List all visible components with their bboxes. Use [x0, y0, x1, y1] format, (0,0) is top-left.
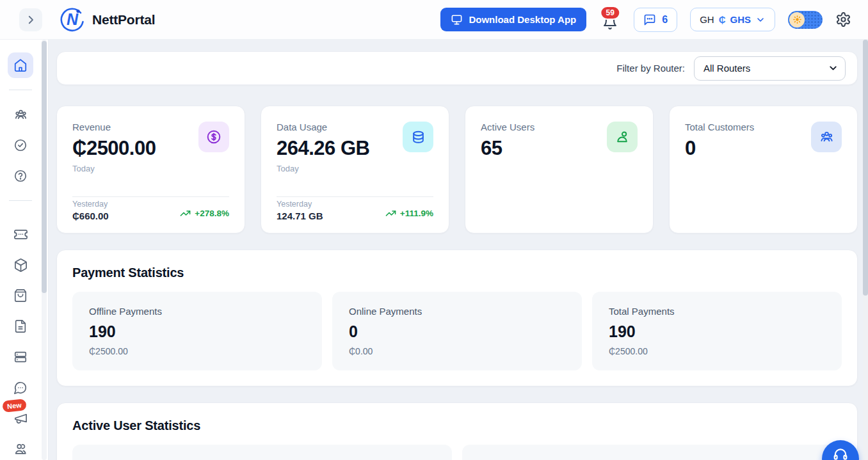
message-icon	[643, 13, 656, 26]
customers-icon	[811, 122, 842, 152]
page-scrollbar	[863, 40, 868, 460]
help-circle-icon	[13, 169, 28, 183]
nettportal-logo-icon: N	[59, 6, 86, 33]
monitor-icon	[451, 13, 463, 26]
notifications-button[interactable]: 59	[599, 7, 621, 33]
trend-badge: +278.8%	[180, 208, 229, 221]
download-desktop-app-button[interactable]: Download Desktop App	[440, 8, 586, 31]
router-select-value: All Routers	[703, 63, 750, 74]
sidebar-item-help[interactable]	[8, 163, 33, 189]
sidebar-item-customers[interactable]	[8, 102, 33, 127]
dollar-circle-icon	[198, 122, 229, 152]
currency-selector[interactable]: GH ₵ GHS	[690, 8, 775, 31]
package-icon	[13, 258, 28, 273]
sidebar-item-packages[interactable]	[8, 252, 33, 278]
app-header: N NettPortal Download Desktop App 59 6 G…	[0, 0, 868, 40]
currently-active-card: Currently Active	[72, 445, 452, 460]
trending-up-icon	[180, 208, 191, 219]
app-logo[interactable]: N NettPortal	[59, 6, 155, 33]
sidebar-scrollbar-thumb[interactable]	[42, 41, 47, 293]
server-icon	[13, 350, 28, 364]
database-icon	[403, 122, 433, 152]
sidebar-item-reports[interactable]	[8, 313, 33, 339]
sidebar-item-approvals[interactable]	[8, 132, 33, 158]
subcard-count: 0	[349, 322, 565, 341]
trending-up-icon	[385, 208, 396, 219]
section-title: Payment Statistics	[72, 266, 842, 280]
shopping-bag-icon	[13, 289, 28, 303]
sidebar-divider	[9, 200, 32, 201]
online-payments-card: Online Payments 0 ₵0.00	[332, 292, 582, 370]
trend-badge: +111.9%	[385, 208, 433, 221]
subcard-count: 190	[609, 322, 825, 341]
stats-row: Revenue ₵2500.00 Today Yesterday ₵660.00…	[56, 106, 858, 234]
stat-period: Today	[72, 164, 229, 173]
currency-code: GHS	[730, 14, 751, 25]
router-select[interactable]: All Routers	[694, 56, 846, 81]
total-payments-card: Total Payments 190 ₵2500.00	[592, 292, 842, 370]
sidebar-item-dashboard[interactable]	[8, 52, 33, 78]
sun-icon	[789, 12, 805, 28]
sidebar: New	[0, 40, 49, 460]
subcard-amount: ₵2500.00	[89, 346, 305, 356]
home-icon	[13, 58, 28, 72]
total-customers-card: Total Customers 0	[669, 106, 858, 234]
sidebar-collapse-button[interactable]	[19, 8, 42, 31]
page-scrollbar-thumb[interactable]	[863, 40, 868, 296]
active-user-statistics-section: Active User Statistics Currently Active …	[56, 402, 858, 460]
message-count: 6	[662, 14, 668, 26]
chevron-down-icon	[828, 63, 839, 74]
megaphone-icon	[13, 411, 28, 426]
gear-icon	[835, 12, 851, 28]
document-icon	[13, 319, 28, 333]
notification-count-badge: 59	[600, 6, 620, 20]
sidebar-item-messages[interactable]	[8, 375, 33, 401]
divider	[72, 196, 229, 197]
chat-bubble-icon	[13, 381, 28, 395]
sidebar-item-promotions[interactable]: New	[8, 406, 33, 431]
prev-label: Yesterday	[72, 200, 109, 209]
divider	[277, 196, 433, 197]
subcard-count: 190	[89, 322, 305, 341]
sidebar-item-vouchers[interactable]	[8, 221, 33, 247]
router-filter-bar: Filter by Router: All Routers	[56, 51, 858, 85]
payment-statistics-section: Payment Statistics Offline Payments 190 …	[56, 250, 858, 386]
chevron-down-icon	[755, 15, 766, 25]
subcard-amount: ₵0.00	[349, 346, 565, 356]
subcard-label: Online Payments	[349, 306, 565, 317]
cedi-symbol: ₵	[719, 14, 726, 25]
main-content: Filter by Router: All Routers Revenue ₵2…	[49, 40, 863, 460]
subcard-amount: ₵2500.00	[609, 346, 825, 356]
check-circle-icon	[13, 138, 28, 152]
revenue-card: Revenue ₵2500.00 Today Yesterday ₵660.00…	[56, 106, 245, 234]
sidebar-divider	[9, 90, 32, 90]
app-title: NettPortal	[92, 12, 155, 28]
sidebar-item-team[interactable]	[8, 436, 33, 460]
users-group-icon	[13, 107, 28, 122]
currency-country: GH	[700, 14, 714, 25]
sidebar-item-orders[interactable]	[8, 283, 33, 308]
total-vouchers-card: Total Vouchers	[462, 445, 842, 460]
settings-button[interactable]	[835, 12, 851, 28]
sidebar-scrollbar	[42, 40, 47, 460]
data-usage-card: Data Usage 264.26 GB Today Yesterday 124…	[261, 106, 449, 234]
messages-button[interactable]: 6	[634, 8, 677, 32]
prev-value: 124.71 GB	[277, 210, 323, 221]
section-title: Active User Statistics	[72, 418, 842, 433]
filter-label: Filter by Router:	[616, 63, 685, 74]
users-two-icon	[13, 442, 28, 456]
theme-toggle[interactable]	[788, 11, 823, 29]
chevron-right-icon	[25, 14, 36, 26]
prev-value: ₵660.00	[72, 210, 109, 221]
header-actions: Download Desktop App 59 6 GH ₵ GHS	[440, 7, 854, 33]
subcard-label: Total Payments	[609, 306, 825, 317]
ticket-icon	[13, 227, 28, 242]
stat-period: Today	[277, 164, 433, 173]
offline-payments-card: Offline Payments 190 ₵2500.00	[72, 292, 322, 370]
subcard-label: Offline Payments	[89, 306, 305, 317]
sidebar-item-routers[interactable]	[8, 344, 33, 370]
support-headset-icon	[832, 446, 849, 460]
active-users-icon	[607, 122, 638, 152]
prev-label: Yesterday	[277, 200, 323, 209]
active-users-card: Active Users 65	[465, 106, 654, 234]
